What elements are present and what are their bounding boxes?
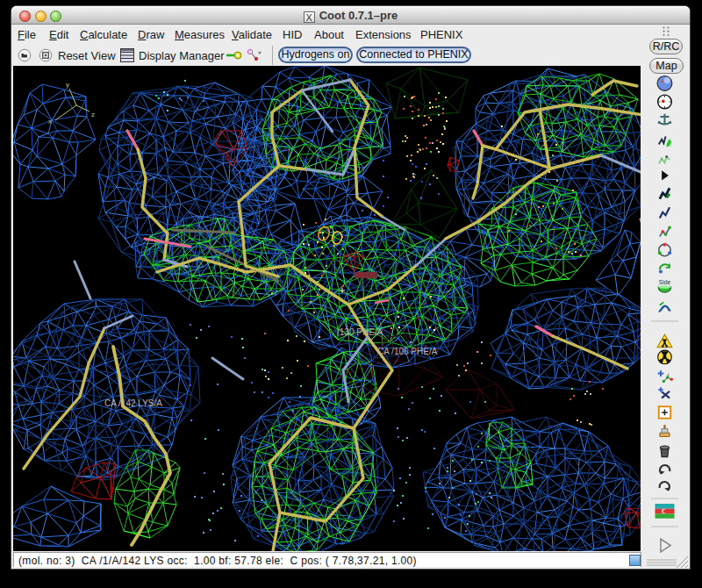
svg-text:CA /142 LYS/A: CA /142 LYS/A xyxy=(104,398,162,408)
svg-text:z: z xyxy=(91,111,95,118)
svg-text:y: y xyxy=(66,81,69,89)
svg-text:CA /106 PHE/A: CA /106 PHE/A xyxy=(377,347,438,356)
svg-text:/130 PHE/A: /130 PHE/A xyxy=(337,327,383,337)
svg-text:x: x xyxy=(48,118,52,125)
